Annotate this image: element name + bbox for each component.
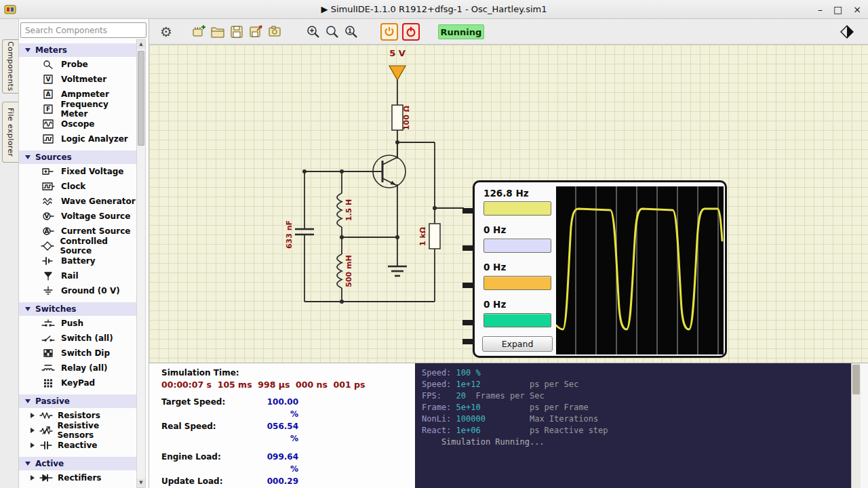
pause-simulation-button[interactable]: [402, 23, 420, 41]
power-circuit-button[interactable]: [380, 23, 398, 41]
switch-dip-icon: [41, 348, 56, 359]
rail-icon: [41, 270, 56, 281]
right-panel-toggle-button[interactable]: [838, 23, 856, 41]
resistor-icon: [39, 410, 54, 421]
stat-row-real-speed: Real Speed: 056.54 %: [161, 420, 415, 445]
svg-text:V: V: [45, 213, 50, 220]
maximize-button[interactable]: □: [833, 5, 842, 14]
console-scrollbar-thumb[interactable]: [852, 365, 860, 394]
freq-input-pin-2[interactable]: [462, 245, 475, 251]
item-push[interactable]: Push: [19, 316, 136, 331]
tab-components[interactable]: Components: [2, 39, 18, 94]
wave-generator-icon: [41, 196, 56, 207]
item-probe[interactable]: Probe: [19, 57, 136, 72]
item-relay-all[interactable]: Relay (all): [19, 361, 136, 375]
scroll-down-icon[interactable]: ▼: [137, 479, 145, 487]
freq-input-pin-5[interactable]: [462, 339, 475, 344]
save-circuit-button[interactable]: [228, 23, 245, 41]
item-voltage-source[interactable]: V Voltage Source: [19, 209, 136, 224]
export-image-button[interactable]: [266, 23, 283, 41]
oscilloscope-screen: [556, 186, 724, 354]
item-switch-dip[interactable]: Switch Dip: [19, 346, 136, 361]
expand-arrow-icon: [31, 428, 35, 433]
item-rectifiers[interactable]: Rectifiers: [19, 470, 136, 485]
inductor-l2-label: 500 mH: [344, 255, 353, 287]
category-meters[interactable]: Meters: [19, 43, 136, 57]
ground-component[interactable]: [388, 266, 407, 276]
item-clock[interactable]: Clock: [19, 179, 136, 194]
expand-arrow-icon: [31, 443, 35, 448]
item-switch-all[interactable]: Switch (all): [19, 331, 136, 346]
svg-text:F: F: [46, 106, 50, 113]
freq-input-pin-3[interactable]: [462, 283, 475, 288]
circuit-canvas[interactable]: 5 V 100 Ω: [149, 45, 868, 363]
zoom-in-icon: [305, 24, 321, 40]
resistor-r2[interactable]: 1 kΩ: [418, 224, 440, 249]
console-scrollbar[interactable]: [851, 363, 861, 488]
item-wave-generator[interactable]: Wave Generator: [19, 194, 136, 209]
window-title: ▶ SimulIDE-1.1.0 R1912+dfsg-1 - Osc_Hart…: [0, 0, 868, 19]
scrollbar-thumb[interactable]: [138, 51, 144, 146]
simulation-stats-panel: Simulation Time: 00:00:07 s 105 ms 998 µ…: [149, 363, 415, 488]
voltage-source-icon: V: [41, 211, 56, 222]
freq-input-pin-1[interactable]: [462, 208, 475, 214]
category-active[interactable]: Active: [19, 457, 136, 470]
freq-bar-4: [484, 313, 551, 327]
item-logic-analyzer[interactable]: Logic Analyzer: [19, 131, 136, 146]
gear-icon: ⚙: [160, 25, 172, 39]
oscope-icon: [41, 119, 56, 129]
expand-button[interactable]: Expand: [482, 336, 553, 352]
rail-component[interactable]: 5 V: [389, 48, 406, 80]
item-keypad[interactable]: KeyPad: [19, 375, 136, 390]
console-line: FPS: 20 Frames per Sec: [422, 390, 868, 402]
zoom-one-button[interactable]: 1: [342, 23, 360, 41]
item-ground[interactable]: Ground (0 V): [19, 283, 136, 298]
open-circuit-button[interactable]: [209, 23, 226, 41]
titlebar: ▶ SimulIDE-1.1.0 R1912+dfsg-1 - Osc_Hart…: [0, 0, 868, 19]
new-circuit-button[interactable]: [190, 23, 208, 41]
collapse-arrow-icon: [25, 307, 31, 311]
item-controlled-source[interactable]: Controlled Source: [19, 239, 136, 253]
transistor-npn[interactable]: [373, 145, 406, 188]
rail-voltage-label: 5 V: [389, 48, 406, 58]
item-voltmeter[interactable]: V Voltmeter: [19, 72, 136, 87]
zoom-one-icon: 1: [343, 24, 359, 40]
settings-button[interactable]: ⚙: [157, 23, 175, 41]
console-status: Simulation Running...: [422, 436, 868, 448]
new-circuit-icon: [191, 24, 207, 40]
item-rail[interactable]: Rail: [19, 268, 136, 283]
item-resistive-sensors[interactable]: Resistive Sensors: [19, 423, 136, 438]
frequency-meter-panel[interactable]: 126.8 Hz 0 Hz 0 Hz 0 Hz Expand: [473, 180, 727, 358]
close-button[interactable]: ×: [853, 5, 861, 14]
item-oscope[interactable]: Oscope: [19, 117, 136, 131]
capacitor-c1[interactable]: 633 nF: [285, 220, 314, 249]
category-passive[interactable]: Passive: [19, 394, 136, 408]
item-reactive[interactable]: Reactive: [19, 438, 136, 453]
item-fixed-voltage[interactable]: Fixed Voltage: [19, 164, 136, 179]
save-circuit-as-icon: [248, 24, 264, 40]
collapse-arrow-icon: [25, 155, 31, 159]
clock-icon: [41, 181, 56, 192]
inductor-l1[interactable]: 1.5 H: [337, 193, 353, 227]
component-tree: Meters Probe V Voltmeter A Ampmeter F Fr…: [19, 39, 136, 488]
sidebar-scrollbar[interactable]: ▲ ▼: [136, 39, 146, 488]
item-battery[interactable]: Battery: [19, 253, 136, 268]
category-switches[interactable]: Switches: [19, 302, 136, 316]
category-sources[interactable]: Sources: [19, 150, 136, 164]
resistor-r1[interactable]: 100 Ω: [392, 105, 411, 130]
freq-reading-1: 126.8 Hz: [484, 188, 529, 199]
ampmeter-icon: A: [41, 89, 56, 100]
zoom-in-button[interactable]: [304, 23, 322, 41]
search-input[interactable]: [20, 22, 146, 38]
inductor-l2[interactable]: 500 mH: [337, 254, 353, 288]
console-line: Speed: 100 %: [422, 367, 868, 379]
tab-file-explorer[interactable]: File explorer: [2, 102, 18, 163]
zoom-fit-button[interactable]: [323, 23, 341, 41]
item-frequency-meter[interactable]: F Frequency Meter: [19, 102, 136, 117]
save-circuit-as-button[interactable]: [247, 23, 264, 41]
minimize-button[interactable]: –: [818, 5, 823, 14]
svg-text:A: A: [46, 91, 51, 98]
scroll-up-icon[interactable]: ▲: [137, 40, 145, 49]
battery-icon: [41, 256, 56, 266]
freq-input-pin-4[interactable]: [462, 320, 475, 325]
